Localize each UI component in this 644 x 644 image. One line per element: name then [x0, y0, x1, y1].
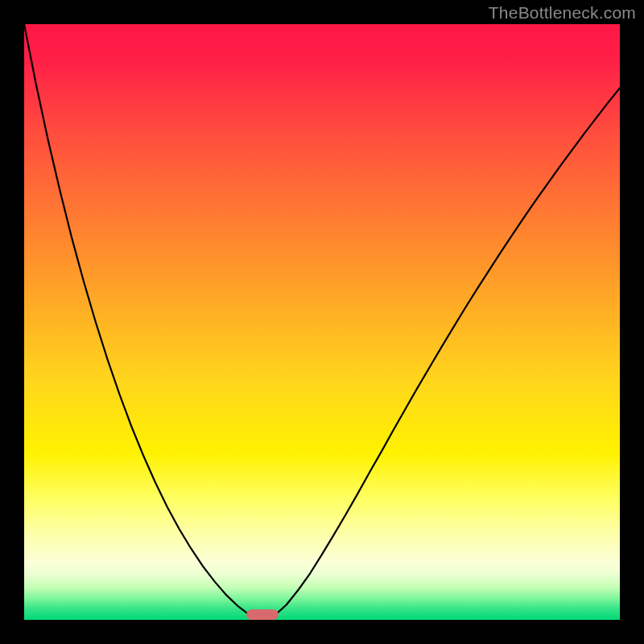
bottleneck-curve: [24, 24, 620, 620]
minimum-marker: [246, 609, 278, 620]
curve-layer: [24, 24, 620, 620]
chart-frame: TheBottleneck.com: [0, 0, 644, 644]
watermark-text: TheBottleneck.com: [489, 3, 636, 23]
plot-area: [24, 24, 620, 620]
